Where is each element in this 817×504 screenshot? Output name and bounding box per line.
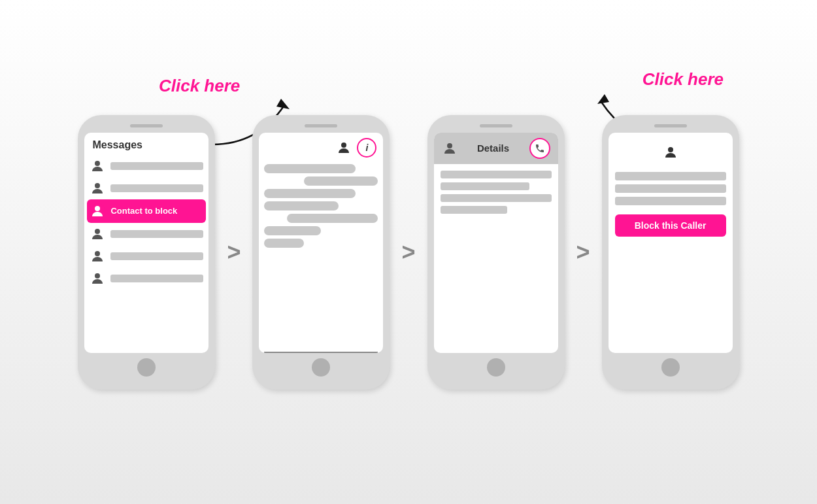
list-item <box>90 267 203 290</box>
svg-marker-0 <box>276 99 290 109</box>
block-info-bar <box>615 197 726 205</box>
details-content <box>434 164 558 353</box>
svg-point-8 <box>447 143 452 148</box>
chat-bubble <box>264 164 355 173</box>
details-bar <box>441 171 552 178</box>
details-title: Details <box>463 143 524 154</box>
screen-block: Block this Caller <box>609 133 733 353</box>
block-avatar-area <box>609 133 733 168</box>
avatar-icon <box>90 271 105 286</box>
click-here-label-2: Click here <box>642 69 724 90</box>
svg-point-5 <box>95 251 100 256</box>
home-button[interactable] <box>137 358 156 377</box>
home-button[interactable] <box>312 358 330 377</box>
scene: Click here Messages <box>16 115 801 390</box>
chevron-3: > <box>576 239 590 266</box>
svg-point-3 <box>95 206 100 211</box>
phone-messages: Messages <box>78 115 215 390</box>
svg-point-6 <box>95 273 100 278</box>
details-bar <box>441 194 552 202</box>
list-bar <box>110 275 203 282</box>
chat-bubble <box>304 176 378 186</box>
block-info-bar <box>615 172 726 180</box>
block-avatar-icon <box>659 141 682 164</box>
chat-bubble <box>264 201 338 210</box>
svg-point-2 <box>95 183 100 188</box>
block-info-bar <box>615 184 726 193</box>
svg-point-1 <box>95 161 100 166</box>
svg-point-7 <box>341 143 346 148</box>
chat-messages <box>259 160 383 350</box>
screen-messages: Messages <box>84 133 208 353</box>
chat-top-bar: i <box>259 133 383 160</box>
home-button[interactable] <box>661 358 680 377</box>
chat-bubble <box>264 239 304 248</box>
phone-details: Details <box>427 115 565 390</box>
svg-marker-9 <box>597 94 609 104</box>
chat-bubble <box>264 226 321 235</box>
avatar-highlighted-icon <box>90 203 105 219</box>
list-bar <box>110 162 203 170</box>
messages-title: Messages <box>84 133 208 155</box>
block-caller-button[interactable]: Block this Caller <box>615 214 726 237</box>
list-bar <box>110 184 203 192</box>
messages-list: Contact to block <box>84 155 208 290</box>
chevron-1: > <box>227 239 241 266</box>
avatar-icon <box>90 226 105 242</box>
screen-details: Details <box>434 133 558 353</box>
details-header: Details <box>434 133 558 164</box>
info-icon: i <box>366 143 369 153</box>
phone-call-button[interactable] <box>529 138 550 159</box>
phone-chat: i <box>252 115 390 390</box>
list-bar <box>110 230 203 238</box>
phone-block: Block this Caller <box>602 115 739 390</box>
block-content: Block this Caller <box>609 168 733 353</box>
info-button[interactable]: i <box>357 138 376 158</box>
list-bar <box>110 252 203 260</box>
chat-divider <box>264 352 378 353</box>
contact-to-block-row[interactable]: Contact to block <box>87 199 206 223</box>
avatar-icon <box>90 248 105 264</box>
avatar-icon <box>90 158 105 174</box>
chat-bubble <box>287 214 378 223</box>
home-button[interactable] <box>487 358 505 377</box>
details-bar <box>441 206 507 214</box>
list-item <box>90 245 203 267</box>
svg-point-10 <box>668 147 673 152</box>
list-item <box>90 177 203 199</box>
screen-chat: i <box>259 133 383 353</box>
chat-bubble <box>264 189 355 198</box>
svg-point-4 <box>95 229 100 234</box>
details-bar <box>441 182 529 190</box>
chevron-2: > <box>401 239 415 266</box>
list-item <box>90 223 203 245</box>
list-item <box>90 155 203 177</box>
avatar-icon <box>90 180 105 196</box>
contact-to-block-label: Contact to block <box>110 206 177 216</box>
chat-avatar-icon <box>336 140 352 156</box>
details-avatar-icon <box>442 141 458 156</box>
